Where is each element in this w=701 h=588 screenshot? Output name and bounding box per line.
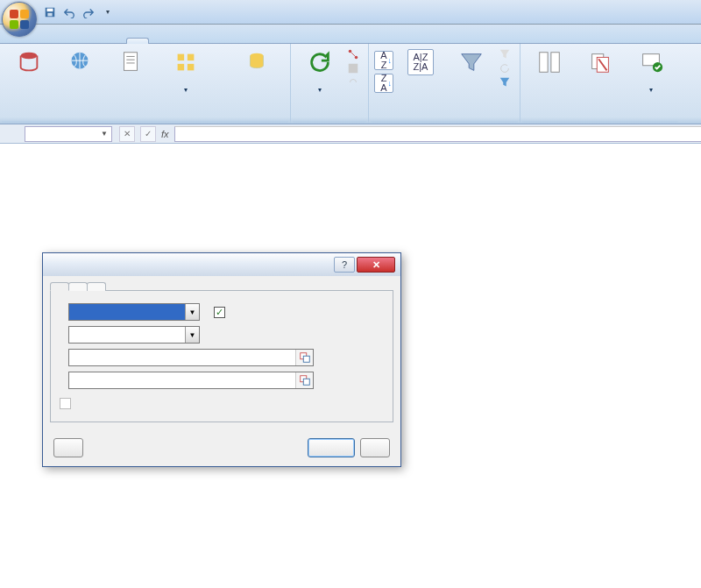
fx-icon[interactable]: fx <box>161 129 169 139</box>
group-data-tools <box>520 44 680 124</box>
existing-connections-icon <box>243 48 271 76</box>
formula-bar: ▼ ✕ ✓ fx <box>0 124 701 144</box>
svg-rect-12 <box>188 64 195 71</box>
name-box[interactable]: ▼ <box>25 126 112 142</box>
office-logo-icon <box>10 10 29 29</box>
title-bar: ▾ <box>0 0 701 25</box>
data-validation-dialog: ? ✕ ▼ ✓ <box>42 252 401 467</box>
save-icon[interactable] <box>42 4 58 20</box>
remove-duplicates-icon <box>586 48 614 76</box>
sort-desc-button[interactable]: ZA↓ <box>374 74 393 93</box>
svg-point-3 <box>21 53 38 60</box>
refresh-all-button[interactable] <box>296 46 343 96</box>
undo-icon[interactable] <box>61 4 77 20</box>
maximum-input[interactable] <box>68 372 314 389</box>
text-to-columns-button[interactable] <box>526 46 573 85</box>
ribbon: AZ↓ ZA↓ A|ZZ|A <box>0 44 701 124</box>
cancel-button[interactable] <box>360 438 390 457</box>
svg-rect-28 <box>303 379 309 385</box>
svg-rect-9 <box>178 54 185 61</box>
reapply-button <box>499 62 514 74</box>
apply-to-all-checkbox <box>60 398 74 409</box>
tab-data[interactable] <box>126 38 149 44</box>
formula-input[interactable] <box>174 126 701 142</box>
ribbon-tabs <box>0 25 701 44</box>
minimum-input[interactable] <box>68 349 314 366</box>
dialog-tabs <box>50 281 393 291</box>
cancel-formula-icon: ✕ <box>119 126 135 142</box>
dialog-settings-panel: ▼ ✓ ▼ <box>50 291 393 422</box>
other-sources-icon <box>172 48 200 76</box>
sort-button[interactable]: A|ZZ|A <box>397 46 444 85</box>
funnel-icon <box>457 48 485 76</box>
text-to-columns-icon <box>535 48 563 76</box>
svg-rect-1 <box>47 8 53 11</box>
dialog-tab-input-message[interactable] <box>68 282 88 291</box>
ignore-blank-checkbox[interactable]: ✓ <box>214 307 229 318</box>
tab-insert[interactable] <box>63 38 84 43</box>
existing-connections-button[interactable] <box>229 46 285 85</box>
properties-button <box>347 62 363 74</box>
group-label-get-external <box>2 121 288 124</box>
allow-combo[interactable]: ▼ <box>68 303 200 321</box>
access-icon <box>15 48 43 76</box>
svg-rect-26 <box>303 356 309 362</box>
qat-customize-icon[interactable]: ▾ <box>100 4 116 20</box>
dialog-close-button[interactable]: ✕ <box>357 257 395 273</box>
refresh-icon <box>306 48 334 76</box>
sort-asc-button[interactable]: AZ↓ <box>374 51 393 70</box>
text-file-icon <box>117 48 145 76</box>
remove-duplicates-button[interactable] <box>577 46 624 85</box>
data-combo[interactable]: ▼ <box>68 326 200 344</box>
from-text-button[interactable] <box>107 46 154 85</box>
clear-all-button[interactable] <box>53 438 83 457</box>
tab-formulas[interactable] <box>105 38 126 43</box>
svg-rect-19 <box>551 53 559 73</box>
from-web-button[interactable] <box>56 46 103 85</box>
tab-home[interactable] <box>42 38 63 43</box>
range-selector-icon[interactable] <box>295 350 313 365</box>
tab-page-layout[interactable] <box>84 38 105 43</box>
data-validation-icon <box>637 48 665 76</box>
dialog-titlebar[interactable]: ? ✕ <box>43 253 400 276</box>
dialog-tab-error-alert[interactable] <box>87 282 106 291</box>
from-other-sources-button[interactable] <box>158 46 214 96</box>
svg-line-16 <box>350 52 355 56</box>
sort-icon: A|ZZ|A <box>407 48 435 76</box>
clear-filter-button <box>499 48 514 60</box>
connections-button[interactable] <box>347 48 363 60</box>
group-label-sort-filter <box>371 121 518 124</box>
tab-view[interactable] <box>170 38 191 43</box>
svg-rect-10 <box>188 54 195 61</box>
advanced-filter-button[interactable] <box>499 76 514 89</box>
group-label-connections <box>293 121 366 124</box>
edit-links-button <box>347 76 363 89</box>
ok-button[interactable] <box>308 438 355 457</box>
group-sort-filter: AZ↓ ZA↓ A|ZZ|A <box>369 44 520 124</box>
svg-rect-17 <box>349 64 358 74</box>
namebox-dropdown-icon[interactable]: ▼ <box>101 130 108 138</box>
office-button[interactable] <box>2 2 37 37</box>
chevron-down-icon[interactable]: ▼ <box>185 304 199 320</box>
group-label-data-tools <box>522 121 678 124</box>
group-get-external-data <box>0 44 291 124</box>
dialog-tab-settings[interactable] <box>50 282 69 291</box>
web-icon <box>66 48 94 76</box>
data-validation-button[interactable] <box>627 46 675 96</box>
svg-rect-2 <box>47 12 52 16</box>
range-selector-icon[interactable] <box>295 372 313 388</box>
svg-rect-5 <box>124 53 138 71</box>
svg-rect-18 <box>540 53 548 73</box>
redo-icon[interactable] <box>81 4 96 20</box>
from-access-button[interactable] <box>5 46 53 85</box>
dialog-help-button[interactable]: ? <box>334 257 355 273</box>
enter-formula-icon: ✓ <box>140 126 156 142</box>
filter-button[interactable] <box>448 46 495 85</box>
chevron-down-icon[interactable]: ▼ <box>185 327 199 343</box>
svg-rect-11 <box>178 64 185 71</box>
tab-review[interactable] <box>149 38 170 43</box>
quick-access-toolbar: ▾ <box>42 4 116 20</box>
group-connections <box>291 44 369 124</box>
